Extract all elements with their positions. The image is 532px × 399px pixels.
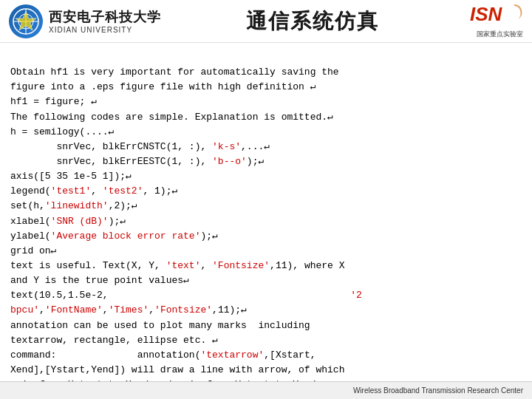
line-18: annotation can be used to plot many mark… xyxy=(10,320,310,331)
line-20: command: annotation('textarrow',[Xstart, xyxy=(10,349,316,361)
line-14: text is useful. Text(X, Y, 'text', 'Font… xyxy=(10,260,345,271)
line-6: snrVec, blkErrCNSTC(1, :), 'k-s',...↵ xyxy=(10,141,270,152)
line-11: xlabel('SNR (dB)');↵ xyxy=(10,216,126,227)
svg-text:ISN: ISN xyxy=(470,3,503,25)
isn-logo: ISN 国家重点实验室 xyxy=(464,4,523,38)
footer: Wireless Broadband Transmission Research… xyxy=(0,381,532,399)
line-16: text(10.5,1.5e-2, '2 xyxy=(10,290,362,301)
isn-label: ISN xyxy=(470,3,523,30)
line-21: Xend],[Ystart,Yend]) will draw a line wi… xyxy=(10,364,344,375)
university-branding: 西安电子科技大学 XIDIAN UNIVERSITY xyxy=(9,4,161,38)
isn-logo-area: ISN 国家重点实验室 xyxy=(464,4,523,38)
code-text: Obtain hf1 is very important for automat… xyxy=(10,50,522,381)
line-10: set(h,'linewidth',2);↵ xyxy=(10,200,137,211)
line-15: and Y is the true point values↵ xyxy=(10,275,189,286)
line-8: axis([5 35 1e-5 1]);↵ xyxy=(10,171,132,182)
main-content: Obtain hf1 is very important for automat… xyxy=(0,43,532,381)
page-title: 通信系统仿真 xyxy=(161,7,464,35)
line-2: figure into a .eps figure file with high… xyxy=(10,81,316,92)
line-19: textarrow, rectangle, ellipse etc. ↵ xyxy=(10,335,218,346)
line-4: The following codes are simple. Explanat… xyxy=(10,112,333,123)
line-1: Obtain hf1 is very important for automat… xyxy=(10,66,339,78)
line-7: snrVec, blkErrEESTC(1, :), 'b--o');↵ xyxy=(10,156,264,167)
line-13: grid on↵ xyxy=(10,245,56,256)
university-name: 西安电子科技大学 XIDIAN UNIVERSITY xyxy=(49,8,161,34)
isn-subtitle: 国家重点实验室 xyxy=(477,30,523,39)
header: 西安电子科技大学 XIDIAN UNIVERSITY 通信系统仿真 ISN 国家… xyxy=(0,0,532,43)
university-chinese-name: 西安电子科技大学 xyxy=(49,8,161,26)
line-12: ylabel('Average block error rate');↵ xyxy=(10,231,218,242)
university-english-name: XIDIAN UNIVERSITY xyxy=(49,26,161,34)
line-3: hf1 = figure; ↵ xyxy=(10,96,97,107)
university-logo xyxy=(9,4,43,38)
line-17: bpcu','FontName','Times','Fontsize',11);… xyxy=(10,304,247,316)
line-5: h = semilogy(....↵ xyxy=(10,126,114,137)
footer-text: Wireless Broadband Transmission Research… xyxy=(353,386,523,395)
line-9: legend('test1', 'test2', 1);↵ xyxy=(10,185,177,197)
